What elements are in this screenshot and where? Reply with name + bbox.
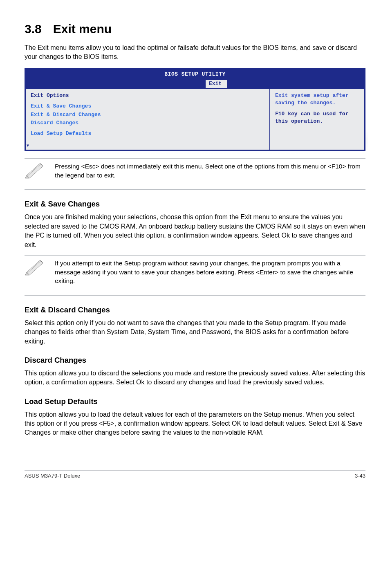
bios-options-heading: Exit Options <box>31 92 264 99</box>
tab-exit[interactable]: Exit <box>206 80 227 88</box>
para-exit-discard: Select this option only if you do not wa… <box>25 319 365 346</box>
heading-exit-discard: Exit & Discard Changes <box>25 305 365 315</box>
bios-left-pane: Exit Options Exit & Save Changes Exit & … <box>26 89 270 150</box>
divider <box>25 295 365 296</box>
bios-item-discard[interactable]: Discard Changes <box>31 119 264 127</box>
bios-help-line2: F10 key can be used for this operation. <box>275 110 359 125</box>
note-text-2: If you attempt to exit the Setup program… <box>55 257 365 285</box>
footer-left: ASUS M3A79-T Deluxe <box>25 472 80 480</box>
para-load-defaults: This option allows you to load the defau… <box>25 410 365 438</box>
note-block-2: If you attempt to exit the Setup program… <box>25 255 365 296</box>
divider <box>25 189 365 190</box>
scroll-down-icon: ▼ <box>27 143 29 149</box>
bios-frame: BIOS SETUP UTILITY Exit Exit Options Exi… <box>25 68 365 151</box>
note-block-1: Pressing <Esc> does not immediately exit… <box>25 158 365 190</box>
heading-discard: Discard Changes <box>25 355 365 366</box>
bios-body: Exit Options Exit & Save Changes Exit & … <box>26 88 364 150</box>
pencil-note-icon <box>25 257 46 276</box>
bios-help-line1: Exit system setup after saving the chang… <box>275 92 359 107</box>
bios-item-exit-discard[interactable]: Exit & Discard Changes <box>31 111 264 119</box>
para-discard: This option allows you to discard the se… <box>25 369 365 387</box>
divider <box>25 158 365 159</box>
bios-item-exit-save[interactable]: Exit & Save Changes <box>31 103 264 110</box>
heading-exit-save: Exit & Save Changes <box>25 199 365 209</box>
note-text-1: Pressing <Esc> does not immediately exit… <box>55 160 365 180</box>
divider <box>25 255 365 256</box>
section-number: 3.8 <box>25 22 42 36</box>
para-exit-save: Once you are finished making your select… <box>25 213 365 249</box>
bios-item-load-defaults[interactable]: Load Setup Defaults <box>31 130 264 137</box>
pencil-note-icon <box>25 160 46 179</box>
bios-tab-bar: Exit <box>26 80 364 88</box>
page-title: 3.8Exit menu <box>25 20 365 38</box>
section-title: Exit menu <box>53 22 112 36</box>
bios-setup-panel: BIOS SETUP UTILITY Exit Exit Options Exi… <box>25 68 365 151</box>
page-footer: ASUS M3A79-T Deluxe 3-43 <box>25 470 365 480</box>
bios-help-pane: Exit system setup after saving the chang… <box>270 89 364 150</box>
heading-load-defaults: Load Setup Defaults <box>25 396 365 407</box>
bios-title-bar: BIOS SETUP UTILITY <box>26 70 364 80</box>
intro-paragraph: The Exit menu items allow you to load th… <box>25 43 365 62</box>
footer-right: 3-43 <box>355 472 365 480</box>
